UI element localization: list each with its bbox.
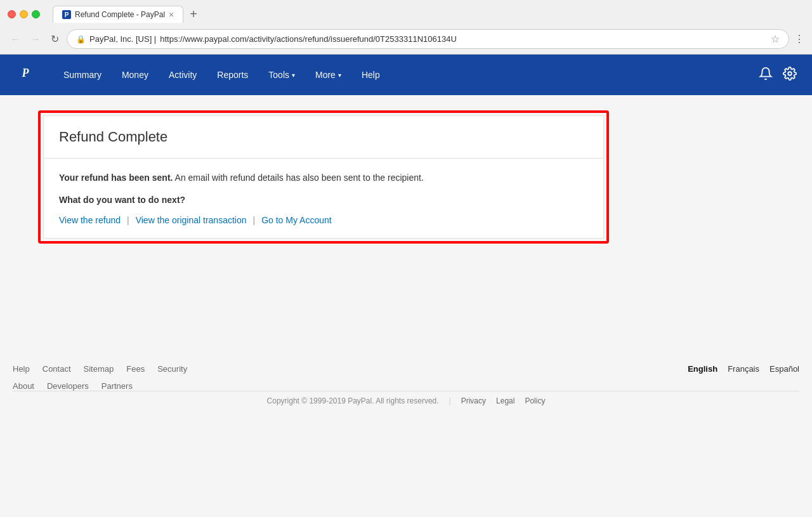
- main-content: Refund Complete Your refund has been sen…: [0, 95, 812, 349]
- footer-partners[interactable]: Partners: [102, 381, 133, 391]
- tab-title: Refund Complete - PayPal: [75, 10, 165, 19]
- paypal-logo: P: [15, 63, 36, 88]
- lang-english[interactable]: English: [688, 364, 717, 374]
- address-prefix: PayPal, Inc. [US] |: [89, 34, 156, 44]
- browser-tabs: P Refund Complete - PayPal × +: [53, 5, 202, 23]
- footer-about[interactable]: About: [13, 381, 34, 391]
- nav-tools[interactable]: Tools ▾: [259, 65, 304, 85]
- nav-help[interactable]: Help: [353, 65, 389, 85]
- lang-french[interactable]: Français: [728, 364, 759, 374]
- footer-policy[interactable]: Policy: [525, 396, 545, 405]
- back-button[interactable]: ←: [8, 32, 23, 46]
- address-url: https://www.paypal.com/activity/actions/…: [160, 34, 457, 44]
- refund-message: Your refund has been sent. An email with…: [59, 171, 588, 185]
- tools-chevron-icon: ▾: [292, 72, 295, 79]
- refund-body: Your refund has been sent. An email with…: [44, 159, 603, 238]
- nav-links: Summary Money Activity Reports Tools ▾ M…: [55, 65, 759, 85]
- footer-fees[interactable]: Fees: [126, 364, 145, 374]
- refund-title-section: Refund Complete: [44, 116, 603, 159]
- settings-button[interactable]: [783, 67, 797, 84]
- nav-summary[interactable]: Summary: [55, 65, 110, 85]
- footer-security[interactable]: Security: [157, 364, 187, 374]
- go-to-account-link[interactable]: Go to My Account: [261, 215, 332, 225]
- forward-button[interactable]: →: [28, 32, 43, 46]
- footer-contact[interactable]: Contact: [43, 364, 71, 374]
- refund-message-bold: Your refund has been sent.: [59, 173, 173, 183]
- refresh-button[interactable]: ↻: [48, 32, 62, 46]
- bookmark-button[interactable]: ☆: [771, 33, 780, 45]
- refund-card: Refund Complete Your refund has been sen…: [43, 115, 604, 239]
- browser-menu-button[interactable]: ⋮: [794, 33, 804, 45]
- nav-icons: [759, 67, 797, 84]
- separator-2: |: [253, 215, 256, 225]
- footer-top-area: Help Contact Sitemap Fees Security About…: [13, 364, 799, 391]
- view-refund-link[interactable]: View the refund: [59, 215, 121, 225]
- footer-left-links: Help Contact Sitemap Fees Security About…: [13, 364, 187, 391]
- footer-legal[interactable]: Legal: [496, 396, 514, 405]
- new-tab-button[interactable]: +: [185, 5, 202, 23]
- maximize-dot[interactable]: [32, 10, 40, 18]
- copyright-text: Copyright © 1999-2019 PayPal. All rights…: [267, 396, 439, 405]
- svg-text:P: P: [22, 67, 30, 79]
- content-wrapper: Refund Complete Your refund has been sen…: [25, 110, 787, 244]
- paypal-navbar: P Summary Money Activity Reports Tools ▾…: [0, 55, 812, 95]
- footer-bottom: Copyright © 1999-2019 PayPal. All rights…: [13, 391, 799, 405]
- more-chevron-icon: ▾: [338, 72, 341, 79]
- footer: Help Contact Sitemap Fees Security About…: [0, 349, 812, 416]
- lock-icon: 🔒: [76, 35, 86, 44]
- minimize-dot[interactable]: [20, 10, 28, 18]
- address-bar[interactable]: 🔒 PayPal, Inc. [US] | https://www.paypal…: [67, 29, 789, 49]
- nav-money[interactable]: Money: [113, 65, 157, 85]
- nav-activity[interactable]: Activity: [160, 65, 206, 85]
- separator-1: |: [127, 215, 129, 225]
- footer-links-row1: Help Contact Sitemap Fees Security: [13, 364, 187, 374]
- tab-favicon: P: [62, 10, 71, 19]
- lang-spanish[interactable]: Español: [769, 364, 799, 374]
- view-original-link[interactable]: View the original transaction: [136, 215, 247, 225]
- footer-links-row2: About Developers Partners: [13, 381, 187, 391]
- refund-question: What do you want to do next?: [59, 195, 588, 205]
- browser-chrome: P Refund Complete - PayPal × + ← → ↻ 🔒 P…: [0, 0, 812, 55]
- refund-message-rest: An email with refund details has also be…: [173, 173, 423, 183]
- refund-title: Refund Complete: [59, 129, 588, 145]
- refund-actions: View the refund | View the original tran…: [59, 215, 588, 225]
- footer-separator: |: [449, 396, 451, 405]
- highlight-box: Refund Complete Your refund has been sen…: [38, 110, 609, 244]
- svg-point-2: [788, 72, 792, 75]
- nav-more[interactable]: More ▾: [306, 65, 350, 85]
- close-dot[interactable]: [8, 10, 16, 18]
- paypal-logo-svg: P: [15, 63, 36, 83]
- browser-titlebar: P Refund Complete - PayPal × +: [0, 0, 812, 27]
- footer-help[interactable]: Help: [13, 364, 30, 374]
- active-tab[interactable]: P Refund Complete - PayPal ×: [53, 6, 183, 23]
- footer-developers[interactable]: Developers: [47, 381, 89, 391]
- footer-languages: English Français Español: [688, 364, 799, 374]
- footer-sitemap[interactable]: Sitemap: [84, 364, 114, 374]
- notifications-button[interactable]: [759, 67, 773, 84]
- browser-dots: [8, 10, 40, 18]
- tab-close-button[interactable]: ×: [169, 10, 174, 20]
- footer-privacy[interactable]: Privacy: [461, 396, 486, 405]
- address-bar-row: ← → ↻ 🔒 PayPal, Inc. [US] | https://www.…: [0, 27, 812, 54]
- nav-reports[interactable]: Reports: [208, 65, 257, 85]
